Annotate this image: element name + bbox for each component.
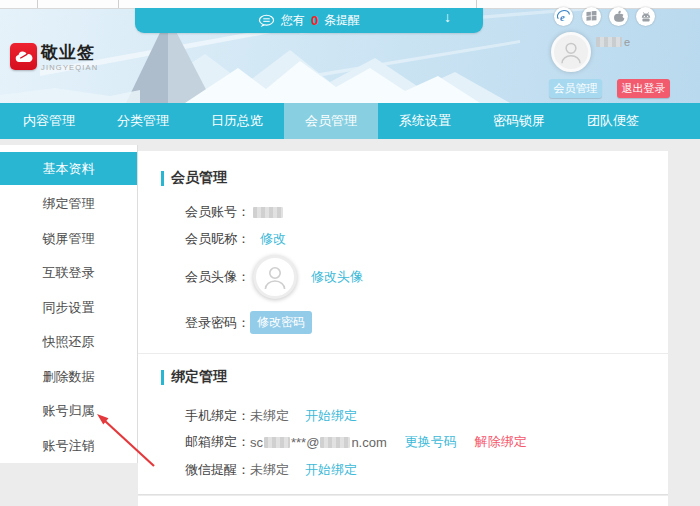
unbind-email-link[interactable]: 解除绑定 [475, 433, 527, 451]
wechat-binding-label: 微信提醒： [185, 461, 250, 479]
modify-nickname-link[interactable]: 修改 [260, 230, 286, 248]
binding-section-title: 绑定管理 [171, 368, 227, 386]
message-bubble-icon [258, 14, 275, 28]
ie-platform-icon[interactable]: e [554, 7, 573, 26]
email-binding-row: 邮箱绑定： sc ***@ n.com 更换号码 解除绑定 [185, 434, 527, 450]
member-avatar [253, 255, 297, 299]
censored-username-blur [596, 37, 622, 47]
sidebar-item-sync-settings[interactable]: 同步设置 [0, 291, 137, 326]
next-card-peek [138, 496, 668, 506]
nav-tab-category-management[interactable]: 分类管理 [96, 103, 190, 139]
phone-binding-value: 未绑定 [250, 407, 289, 425]
bind-wechat-link[interactable]: 开始绑定 [305, 461, 357, 479]
app-title: 敬业签 [41, 43, 98, 62]
binding-section-header: 绑定管理 [161, 369, 227, 385]
header: 敬业签 JINGYEQIAN 您有 0 条提醒 ↓ e [0, 0, 700, 103]
sidebar-item-delete-data[interactable]: 删除数据 [0, 360, 137, 395]
censored-email-blur [264, 437, 290, 448]
browser-chrome-artifact [118, 0, 119, 8]
phone-binding-row: 手机绑定： 未绑定 开始绑定 [185, 408, 357, 424]
nav-tab-password-lock[interactable]: 密码锁屏 [472, 103, 566, 139]
person-icon [556, 37, 586, 67]
password-label: 登录密码： [185, 314, 250, 332]
censored-email-blur [320, 437, 350, 448]
sidebar-item-binding-management[interactable]: 绑定管理 [0, 187, 137, 222]
cloud-logo-icon [10, 43, 37, 70]
app-subtitle: JINGYEQIAN [41, 63, 98, 72]
nickname-label: 会员昵称： [185, 230, 250, 248]
censored-account-blur [253, 207, 283, 218]
browser-chrome-artifact [476, 0, 477, 8]
sidebar-item-snapshot-restore[interactable]: 快照还原 [0, 325, 137, 360]
member-manage-button[interactable]: 会员管理 [549, 79, 602, 98]
member-section-header: 会员管理 [161, 170, 227, 186]
avatar-label: 会员头像： [185, 268, 250, 286]
person-icon [259, 261, 291, 293]
section-accent-bar [161, 370, 164, 385]
section-divider [138, 353, 668, 354]
phone-binding-label: 手机绑定： [185, 407, 250, 425]
app-logo: 敬业签 JINGYEQIAN [10, 43, 98, 72]
sidebar-item-account-ownership[interactable]: 账号归属 [0, 394, 137, 429]
sidebar: 基本资料 绑定管理 锁屏管理 互联登录 同步设置 快照还原 删除数据 账号归属 … [0, 145, 138, 463]
notification-expand-arrow-icon[interactable]: ↓ [444, 9, 451, 25]
section-accent-bar [161, 171, 164, 186]
modify-avatar-link[interactable]: 修改头像 [311, 268, 363, 286]
avatar-row: 会员头像： 修改头像 [185, 254, 363, 300]
notification-prefix: 您有 [281, 12, 305, 29]
nickname-row: 会员昵称： 修改 [185, 231, 286, 247]
nav-tab-team-notes[interactable]: 团队便签 [566, 103, 660, 139]
notification-suffix: 条提醒 [324, 12, 360, 29]
sidebar-item-connected-login[interactable]: 互联登录 [0, 256, 137, 291]
windows-platform-icon[interactable] [582, 7, 601, 26]
apple-platform-icon[interactable] [609, 7, 628, 26]
nav-tab-calendar-overview[interactable]: 日历总览 [190, 103, 284, 139]
bind-phone-link[interactable]: 开始绑定 [305, 407, 357, 425]
page: 敬业签 JINGYEQIAN 您有 0 条提醒 ↓ e [0, 0, 700, 506]
nav-tab-content-management[interactable]: 内容管理 [2, 103, 96, 139]
logout-button[interactable]: 退出登录 [617, 79, 670, 98]
browser-chrome-artifact [37, 0, 38, 8]
account-row: 会员账号： [185, 204, 283, 220]
wechat-binding-value: 未绑定 [250, 461, 289, 479]
svg-text:e: e [560, 11, 565, 22]
nav-tab-member-management[interactable]: 会员管理 [284, 103, 378, 139]
sidebar-item-lockscreen-management[interactable]: 锁屏管理 [0, 222, 137, 257]
password-row: 登录密码： 修改密码 [185, 311, 312, 334]
sidebar-item-basic-info[interactable]: 基本资料 [0, 152, 137, 185]
content-card: 会员管理 会员账号： 会员昵称： 修改 会员头像： 修改头像 登录密码： 修改密… [138, 151, 668, 495]
android-platform-icon[interactable] [636, 7, 655, 26]
email-value-mid: ***@ [291, 435, 319, 450]
sidebar-item-account-cancellation[interactable]: 账号注销 [0, 429, 137, 464]
username-text: e [596, 36, 630, 48]
account-label: 会员账号： [185, 203, 250, 221]
username-suffix: e [624, 36, 630, 48]
user-avatar[interactable] [551, 32, 591, 72]
main-nav: 内容管理 分类管理 日历总览 会员管理 系统设置 密码锁屏 团队便签 [0, 103, 700, 139]
email-value-prefix: sc [250, 435, 263, 450]
app-logo-text: 敬业签 JINGYEQIAN [41, 43, 98, 72]
email-binding-label: 邮箱绑定： [185, 433, 250, 451]
nav-tab-system-settings[interactable]: 系统设置 [378, 103, 472, 139]
change-password-button[interactable]: 修改密码 [250, 311, 312, 334]
notification-bar[interactable]: 您有 0 条提醒 ↓ [135, 8, 483, 33]
email-value-suffix: n.com [351, 435, 386, 450]
notification-count: 0 [311, 13, 318, 28]
wechat-binding-row: 微信提醒： 未绑定 开始绑定 [185, 462, 357, 478]
member-section-title: 会员管理 [171, 169, 227, 187]
change-email-link[interactable]: 更换号码 [405, 433, 457, 451]
